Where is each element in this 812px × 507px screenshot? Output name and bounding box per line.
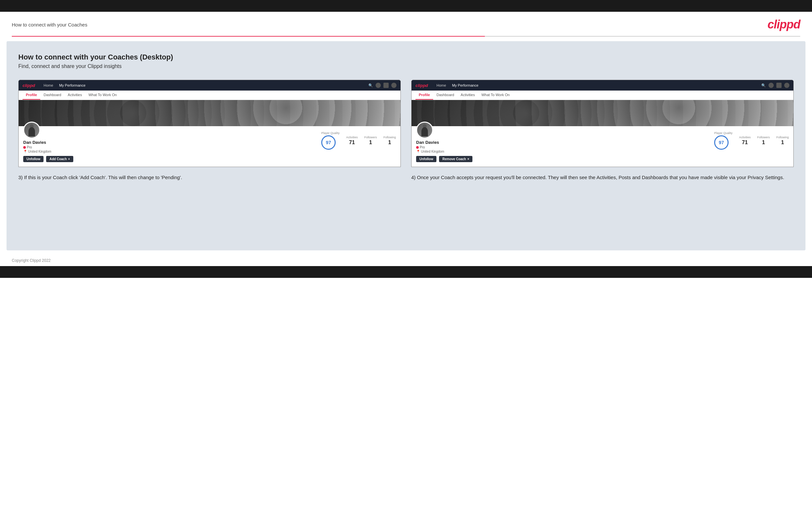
- step4-player-location: 📍 United Kingdom: [416, 150, 444, 153]
- two-column-layout: clippd Home My Performance 🔍 Profile Das…: [18, 80, 794, 181]
- step4-nav-logo: clippd: [415, 83, 428, 88]
- header-divider: [12, 36, 800, 37]
- step3-plus-icon: +: [68, 157, 70, 161]
- step4-tag-label: Pro: [420, 146, 425, 149]
- step4-following-value: 1: [781, 139, 784, 145]
- step4-nav-myperformance: My Performance: [452, 83, 478, 87]
- step4-player-tag: Pro: [416, 146, 425, 149]
- step3-activities-stat: Activities 71: [346, 136, 358, 146]
- step3-nav-icons: 🔍: [368, 83, 397, 88]
- footer-copyright: Copyright Clippd 2022: [12, 258, 51, 263]
- step4-following-stat: Following 1: [776, 136, 789, 146]
- step3-profile-info: Dan Davies Pro 📍 United Kingdom Unfollow…: [19, 126, 400, 167]
- step4-tag-dot: [416, 146, 419, 149]
- step4-avatar-figure: [421, 127, 428, 136]
- step4-player-name: Dan Davies: [416, 140, 439, 145]
- section-subheading: Find, connect and share your Clippd insi…: [18, 63, 794, 69]
- clippd-logo: clippd: [767, 18, 800, 32]
- step4-action-buttons: Unfollow Remove Coach ×: [416, 156, 472, 162]
- step3-nav-myperformance: My Performance: [59, 83, 86, 87]
- step4-stats: Player Quality 97 Activities 71 Follower…: [714, 131, 789, 150]
- main-content: How to connect with your Coaches (Deskto…: [7, 41, 805, 250]
- step3-column: clippd Home My Performance 🔍 Profile Das…: [18, 80, 401, 181]
- page-header: How to connect with your Coaches clippd: [0, 12, 812, 32]
- step3-browser-screenshot: clippd Home My Performance 🔍 Profile Das…: [18, 80, 401, 167]
- step3-player-details: Dan Davies Pro 📍 United Kingdom Unfollow…: [23, 128, 73, 162]
- step3-cover-pattern: [19, 100, 400, 126]
- step4-unfollow-button[interactable]: Unfollow: [416, 156, 437, 162]
- step4-followers-value: 1: [762, 139, 765, 145]
- bottom-bar: [0, 266, 812, 278]
- step4-x-icon: ×: [467, 157, 469, 161]
- step4-player-details: Dan Davies Pro 📍 United Kingdom Unfollow…: [416, 128, 472, 162]
- step3-tag-label: Pro: [27, 146, 32, 149]
- step4-cover-pattern: [412, 100, 793, 126]
- section-heading: How to connect with your Coaches (Deskto…: [18, 53, 794, 61]
- step3-quality-stat: Player Quality 97: [321, 131, 340, 150]
- step3-nav-bar: clippd Home My Performance 🔍: [19, 80, 400, 91]
- step3-avatar-icon: [391, 83, 397, 88]
- step4-tab-dashboard[interactable]: Dashboard: [433, 91, 457, 100]
- step4-nav-home: Home: [437, 83, 446, 87]
- step3-tab-activities[interactable]: Activities: [64, 91, 85, 100]
- step3-followers-stat: Followers 1: [364, 136, 377, 146]
- step3-cover-image: [19, 100, 400, 126]
- step3-tag-dot: [23, 146, 26, 149]
- step3-stats: Player Quality 97 Activities 71 Follower…: [321, 131, 396, 150]
- step3-followers-label: Followers: [364, 136, 377, 139]
- step3-unfollow-button[interactable]: Unfollow: [23, 156, 44, 162]
- step4-followers-label: Followers: [757, 136, 770, 139]
- step4-quality-circle: 97: [714, 135, 728, 150]
- step3-tab-profile[interactable]: Profile: [22, 91, 40, 100]
- step3-description: 3) If this is your Coach click 'Add Coac…: [18, 174, 401, 181]
- step4-search-icon: 🔍: [761, 83, 766, 88]
- step3-activities-label: Activities: [346, 136, 358, 139]
- step4-cover-image: [412, 100, 793, 126]
- step3-add-coach-button[interactable]: Add Coach +: [46, 156, 73, 162]
- step4-following-label: Following: [776, 136, 789, 139]
- step4-column: clippd Home My Performance 🔍 Profile Das…: [411, 80, 794, 181]
- step4-avatar-icon: [784, 83, 790, 88]
- step3-settings-icon: [384, 83, 389, 88]
- step3-player-tag: Pro: [23, 146, 32, 149]
- step4-nav-bar: clippd Home My Performance 🔍: [412, 80, 793, 91]
- step3-tab-bar: Profile Dashboard Activities What To Wor…: [19, 91, 400, 100]
- step3-user-icon: [375, 83, 381, 88]
- step3-profile-area: Dan Davies Pro 📍 United Kingdom Unfollow…: [19, 100, 400, 167]
- step4-quality-stat: Player Quality 97: [714, 131, 732, 150]
- step3-following-label: Following: [384, 136, 396, 139]
- step3-quality-circle: 97: [321, 135, 336, 150]
- step4-description: 4) Once your Coach accepts your request …: [411, 174, 794, 181]
- step4-nav-icons: 🔍: [761, 83, 790, 88]
- step3-player-name: Dan Davies: [23, 140, 46, 145]
- step3-search-icon: 🔍: [368, 83, 373, 88]
- step4-tab-bar: Profile Dashboard Activities What To Wor…: [412, 91, 793, 100]
- step3-followers-value: 1: [369, 139, 372, 145]
- step3-tab-whattoon[interactable]: What To Work On: [85, 91, 120, 100]
- top-bar: [0, 0, 812, 12]
- step3-nav-home: Home: [44, 83, 53, 87]
- step3-action-buttons: Unfollow Add Coach +: [23, 156, 73, 162]
- step3-player-location: 📍 United Kingdom: [23, 150, 51, 153]
- step4-tab-profile[interactable]: Profile: [415, 91, 433, 100]
- step4-settings-icon: [776, 83, 781, 88]
- page-footer: Copyright Clippd 2022: [0, 255, 812, 266]
- step4-activities-label: Activities: [739, 136, 751, 139]
- step3-avatar: [23, 122, 40, 138]
- step4-remove-coach-button[interactable]: Remove Coach ×: [439, 156, 472, 162]
- step4-profile-info: Dan Davies Pro 📍 United Kingdom Unfollow…: [412, 126, 793, 167]
- step4-followers-stat: Followers 1: [757, 136, 770, 146]
- step3-avatar-figure: [29, 127, 35, 136]
- step4-tab-activities[interactable]: Activities: [457, 91, 478, 100]
- step4-quality-label: Player Quality: [714, 131, 732, 135]
- step3-activities-value: 71: [349, 139, 355, 145]
- step3-nav-logo: clippd: [22, 83, 35, 88]
- step4-activities-stat: Activities 71: [739, 136, 751, 146]
- step4-user-icon: [768, 83, 774, 88]
- step4-tab-whattoon[interactable]: What To Work On: [478, 91, 513, 100]
- step3-tab-dashboard[interactable]: Dashboard: [40, 91, 64, 100]
- page-title: How to connect with your Coaches: [12, 22, 87, 27]
- step4-browser-screenshot: clippd Home My Performance 🔍 Profile Das…: [411, 80, 794, 167]
- step3-quality-label: Player Quality: [321, 131, 340, 135]
- step3-following-value: 1: [388, 139, 391, 145]
